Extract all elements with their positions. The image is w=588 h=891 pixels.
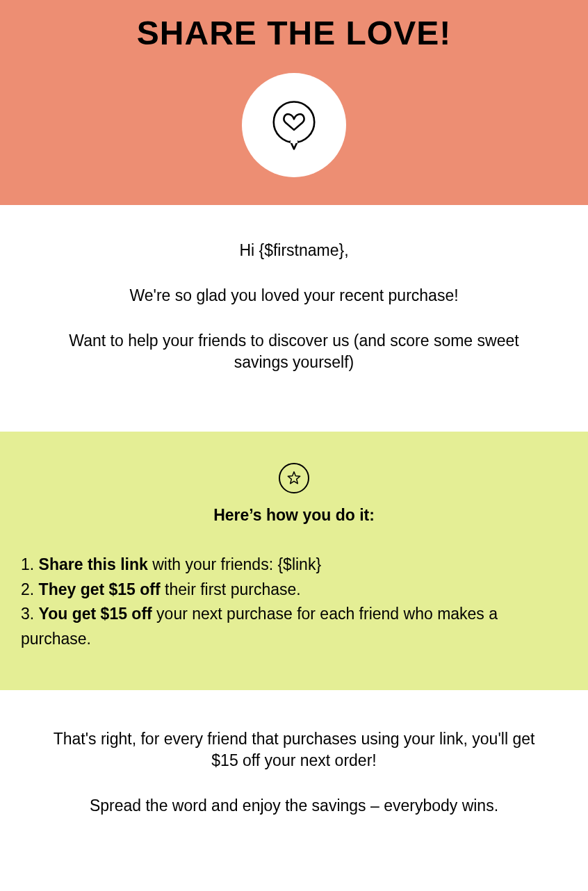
greeting-text: Hi {$firstname},: [42, 240, 546, 261]
outro-line-2: Spread the word and enjoy the savings – …: [42, 795, 546, 817]
svg-rect-2: [291, 140, 297, 143]
intro-line-2: Want to help your friends to discover us…: [42, 330, 546, 373]
step-3: 3. You get $15 off your next purchase fo…: [21, 602, 567, 651]
hero-title: SHARE THE LOVE!: [14, 14, 574, 52]
step-1: 1. Share this link with your friends: {$…: [21, 553, 567, 578]
howto-section: Here’s how you do it: 1. Share this link…: [0, 432, 588, 690]
hero-section: SHARE THE LOVE!: [0, 0, 588, 205]
step-2: 2. They get $15 off their first purchase…: [21, 578, 567, 603]
outro-section: That's right, for every friend that purc…: [0, 690, 588, 847]
star-icon-wrap: [21, 463, 567, 493]
heart-speech-icon: [264, 95, 324, 155]
outro-line-1: That's right, for every friend that purc…: [42, 728, 546, 771]
email-page: SHARE THE LOVE! Hi {$firstname}, We're s…: [0, 0, 588, 847]
intro-line-1: We're so glad you loved your recent purc…: [42, 285, 546, 306]
intro-section: Hi {$firstname}, We're so glad you loved…: [0, 205, 588, 432]
hero-icon-circle: [242, 73, 346, 177]
steps-list: 1. Share this link with your friends: {$…: [21, 553, 567, 652]
svg-point-0: [274, 101, 314, 142]
howto-heading: Here’s how you do it:: [21, 506, 567, 525]
star-icon: [279, 463, 309, 493]
